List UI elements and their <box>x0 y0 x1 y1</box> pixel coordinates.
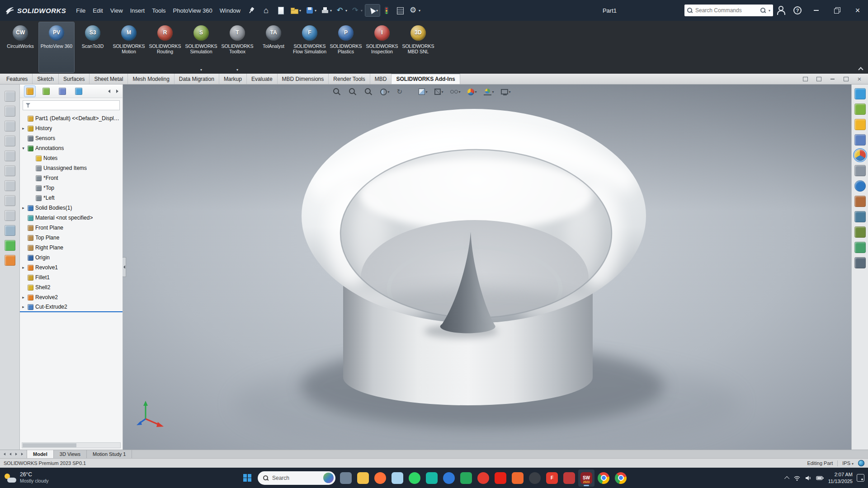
hidden-icons-chevron-icon[interactable] <box>784 476 789 481</box>
taskbar-app-screen-capture[interactable] <box>338 469 354 487</box>
menu-photoview-360[interactable]: PhotoView 360 <box>170 5 216 16</box>
document-minimize-button[interactable] <box>826 75 838 84</box>
taskbar-app-obs[interactable] <box>527 469 543 487</box>
menu-tools[interactable]: Tools <box>148 5 169 16</box>
taskbar-app-solidworks-2023[interactable]: SW2023 <box>578 469 594 487</box>
tree-item-fillet1[interactable]: Fillet1 <box>20 272 123 282</box>
file-properties-button[interactable] <box>394 5 407 16</box>
addin-solidworks-mbd-snl[interactable]: 3D SOLIDWORKS MBD SNL <box>401 22 436 72</box>
ribbon-collapse-chevron-icon[interactable] <box>858 66 863 71</box>
addin-tolanalyst[interactable]: TA TolAnalyst <box>256 22 291 72</box>
redo-button[interactable]: ▾ <box>350 5 364 16</box>
design-library-icon[interactable] <box>854 103 866 115</box>
tree-horizontal-scrollbar[interactable] <box>22 442 121 448</box>
left-tool-10-icon[interactable] <box>5 225 15 236</box>
solidworks-resources-icon[interactable] <box>854 88 866 99</box>
tree-item-revolve2[interactable]: ▸ Revolve2 <box>20 292 123 302</box>
taskbar-app-chrome-1[interactable] <box>595 469 612 487</box>
menu-view[interactable]: View <box>107 5 127 16</box>
addin-solidworks-inspection[interactable]: I SOLIDWORKS Inspection <box>364 22 400 72</box>
tree-item-shell2[interactable]: Shell2 <box>20 282 123 292</box>
expand-arrow-icon[interactable]: ▸ <box>21 206 26 210</box>
expand-arrow-icon[interactable]: ▸ <box>21 295 26 300</box>
wifi-icon[interactable] <box>793 475 801 481</box>
addin-circuitworks[interactable]: CW CircuitWorks <box>3 22 38 72</box>
left-tool-3-icon[interactable] <box>5 121 15 131</box>
tree-item-cut-extrude2[interactable]: ▸ Cut-Extrude2 <box>20 302 123 312</box>
tree-item-front-plane[interactable]: Front Plane <box>20 223 123 233</box>
taskbar-search[interactable]: Search <box>258 471 335 485</box>
left-tool-7-icon[interactable] <box>5 180 15 191</box>
appearances-scenes-icon[interactable] <box>854 150 866 161</box>
recover-documents-icon[interactable] <box>854 211 866 222</box>
search-commands-input[interactable] <box>695 7 758 14</box>
tab-evaluate[interactable]: Evaluate <box>247 74 278 84</box>
save-button[interactable]: ▾ <box>304 5 318 16</box>
previous-view-icon[interactable] <box>363 87 374 97</box>
menu-window[interactable]: Window <box>216 5 244 16</box>
edit-appearance-icon[interactable]: ▾ <box>467 88 478 96</box>
dynamic-annotation-icon[interactable] <box>395 87 405 96</box>
3d-views-tab[interactable]: 3D Views <box>54 450 87 458</box>
taskbar-app-file-explorer[interactable] <box>355 469 371 487</box>
addin-solidworks-motion[interactable]: M SOLIDWORKS Motion <box>111 22 146 72</box>
tree-item-annotations[interactable]: ▾ Annotations <box>20 143 123 153</box>
taskbar-app-red[interactable] <box>561 469 577 487</box>
menu-file[interactable]: File <box>72 5 89 16</box>
select-pointer-button[interactable]: ▾ <box>365 5 380 16</box>
zoom-to-area-icon[interactable] <box>347 87 358 97</box>
tree-item-sensors[interactable]: Sensors <box>20 133 123 143</box>
tab-mbd-dimensions[interactable]: MBD Dimensions <box>278 74 329 84</box>
taskbar-app-f[interactable]: F <box>544 469 560 487</box>
view-settings-icon[interactable]: ▾ <box>500 88 512 95</box>
home-button[interactable] <box>261 5 274 16</box>
scroll-tabs-last-button[interactable] <box>20 451 24 457</box>
tab-data-migration[interactable]: Data Migration <box>175 74 219 84</box>
panel-collapse-handle[interactable] <box>123 257 126 277</box>
addin-solidworks-simulation[interactable]: S SOLIDWORKS Simulation ▾ <box>184 22 219 72</box>
user-account-button[interactable] <box>773 0 789 21</box>
weather-widget[interactable]: 26°C Mostly cloudy <box>4 471 49 484</box>
taskbar-app-notepad[interactable] <box>389 469 406 487</box>
help-button[interactable]: ? <box>789 0 806 21</box>
taskbar-app-opera[interactable] <box>475 469 491 487</box>
addin-photoview-360[interactable]: PV PhotoView 360 <box>39 22 74 72</box>
tree-item-material[interactable]: Material <not specified> <box>20 213 123 223</box>
taskbar-app-green[interactable] <box>458 469 474 487</box>
rebuild-button[interactable] <box>381 5 393 16</box>
left-tool-8-icon[interactable] <box>5 195 15 206</box>
print-button[interactable]: ▾ <box>319 5 334 16</box>
addin-solidworks-plastics[interactable]: P SOLIDWORKS Plastics <box>328 22 363 72</box>
tab-solidworks-add-ins[interactable]: SOLIDWORKS Add-Ins <box>392 74 460 84</box>
tree-item-notes[interactable]: Notes <box>20 153 123 163</box>
web-help-globe-icon[interactable] <box>858 460 864 466</box>
document-window-icon[interactable] <box>813 75 825 84</box>
tree-item-solid-bodies[interactable]: ▸ Solid Bodies(1) <box>20 203 123 213</box>
scroll-tabs-next-button[interactable] <box>14 451 19 457</box>
undo-button[interactable]: ▾ <box>335 5 349 16</box>
minimize-button[interactable] <box>806 0 826 21</box>
restore-button[interactable] <box>826 0 847 21</box>
left-tool-9-icon[interactable] <box>5 210 15 221</box>
left-tool-11-icon[interactable] <box>5 240 15 251</box>
expand-arrow-icon[interactable]: ▸ <box>21 265 26 270</box>
battery-icon[interactable] <box>816 475 824 481</box>
taskbar-app-edge[interactable] <box>441 469 457 487</box>
section-view-icon[interactable]: ▾ <box>379 88 390 96</box>
tree-item-right-plane[interactable]: Right Plane <box>20 243 123 253</box>
scrollbar-thumb[interactable] <box>23 443 76 447</box>
addin-solidworks-routing[interactable]: R SOLIDWORKS Routing <box>147 22 183 72</box>
taskbar-app-youtube[interactable] <box>492 469 509 487</box>
left-tool-4-icon[interactable] <box>5 136 15 146</box>
tree-item-unassigned-items[interactable]: Unassigned Items <box>20 163 123 173</box>
feature-tree-filter-input[interactable] <box>33 102 117 108</box>
taskbar-app-orange[interactable] <box>509 469 526 487</box>
tab-sheet-metal[interactable]: Sheet Metal <box>90 74 128 84</box>
open-button[interactable]: ▾ <box>288 5 303 16</box>
tab-markup[interactable]: Markup <box>219 74 247 84</box>
options-button[interactable]: ▾ <box>408 5 422 16</box>
tree-item-history[interactable]: ▸ History <box>20 123 123 133</box>
document-close-button[interactable] <box>854 75 865 84</box>
model-tab[interactable]: Model <box>27 450 54 458</box>
view-palette-icon[interactable] <box>854 134 866 145</box>
